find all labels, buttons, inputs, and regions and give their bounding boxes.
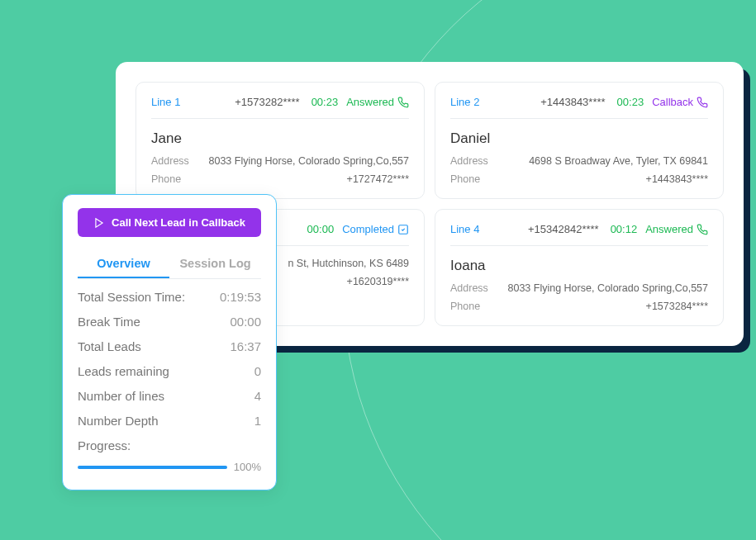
cta-label: Call Next Lead in Callback bbox=[112, 216, 245, 229]
address-label: Address bbox=[151, 155, 189, 167]
phone-value: +1573284**** bbox=[646, 301, 708, 312]
tab-overview[interactable]: Overview bbox=[78, 250, 169, 278]
line-header-phone: +15342842**** bbox=[487, 223, 598, 235]
address-label: Address bbox=[450, 282, 488, 294]
line-header: Line 1 +1573282**** 00:23 Answered bbox=[151, 96, 409, 119]
progress-fill bbox=[78, 466, 227, 469]
address-value: 8033 Flying Horse, Colorado Spring,Co,55… bbox=[508, 282, 709, 294]
address-row: Address 8033 Flying Horse, Colorado Spri… bbox=[151, 155, 409, 167]
phone-value: +1727472**** bbox=[347, 173, 409, 185]
line-number: Line 1 bbox=[151, 96, 180, 108]
lead-name: Daniel bbox=[450, 130, 708, 147]
stat-number-depth: Number Depth 1 bbox=[78, 414, 261, 428]
progress-bar: 100% bbox=[78, 461, 261, 473]
line-number: Line 2 bbox=[450, 96, 479, 108]
stat-number-of-lines: Number of lines 4 bbox=[78, 389, 261, 403]
play-icon bbox=[93, 217, 105, 229]
status-text: Answered bbox=[346, 96, 394, 108]
overview-panel: Call Next Lead in Callback Overview Sess… bbox=[62, 194, 277, 490]
line-number: Line 4 bbox=[450, 223, 479, 235]
stat-break-time: Break Time 00:00 bbox=[78, 315, 261, 329]
stat-value: 0:19:53 bbox=[220, 290, 261, 304]
tabs: Overview Session Log bbox=[78, 250, 261, 279]
phone-answered-icon bbox=[697, 224, 708, 235]
phone-answered-icon bbox=[397, 97, 409, 108]
stat-value: 00:00 bbox=[230, 315, 261, 329]
status-text: Completed bbox=[342, 223, 394, 235]
phone-value: +1443843**** bbox=[646, 173, 708, 185]
address-value: 8033 Flying Horse, Colorado Spring,Co,55… bbox=[209, 155, 410, 167]
line-time: 00:00 bbox=[307, 223, 335, 235]
line-time: 00:23 bbox=[617, 96, 644, 108]
stat-label: Number Depth bbox=[78, 414, 159, 428]
stat-value: 4 bbox=[254, 389, 261, 403]
status-badge: Answered bbox=[645, 223, 708, 235]
address-label: Address bbox=[450, 155, 488, 167]
phone-label: Phone bbox=[450, 301, 480, 312]
stat-value: 16:37 bbox=[230, 339, 261, 353]
line-card-2[interactable]: Line 2 +1443843**** 00:23 Callback Danie… bbox=[435, 82, 724, 199]
phone-label: Phone bbox=[450, 173, 480, 185]
lead-name: Ioana bbox=[450, 258, 708, 274]
line-time: 00:12 bbox=[611, 223, 638, 235]
stat-leads-remaining: Leads remaining 0 bbox=[78, 364, 261, 378]
status-badge: Completed bbox=[342, 223, 409, 235]
line-card-1[interactable]: Line 1 +1573282**** 00:23 Answered Jane … bbox=[136, 82, 425, 199]
progress-percent: 100% bbox=[234, 461, 261, 473]
stat-value: 0 bbox=[254, 364, 261, 378]
check-icon bbox=[397, 224, 409, 235]
phone-callback-icon bbox=[697, 97, 708, 108]
address-value: 4698 S Broadway Ave, Tyler, TX 69841 bbox=[529, 155, 708, 167]
call-next-lead-button[interactable]: Call Next Lead in Callback bbox=[78, 208, 261, 237]
phone-value: +1620319**** bbox=[347, 276, 409, 287]
status-badge: Answered bbox=[346, 96, 409, 108]
progress-track bbox=[78, 466, 227, 469]
line-header-phone: +1443843**** bbox=[487, 96, 605, 108]
stat-label: Break Time bbox=[78, 315, 140, 329]
phone-row: Phone +1727472**** bbox=[151, 173, 409, 185]
phone-label: Phone bbox=[151, 173, 181, 185]
stat-progress-label: Progress: bbox=[78, 438, 261, 452]
tab-session-log[interactable]: Session Log bbox=[169, 250, 261, 278]
address-value: n St, Hutchinson, KS 6489 bbox=[288, 258, 409, 269]
status-text: Callback bbox=[652, 96, 693, 108]
line-header: Line 2 +1443843**** 00:23 Callback bbox=[450, 96, 708, 119]
stat-total-leads: Total Leads 16:37 bbox=[78, 339, 261, 353]
stat-label: Total Session Time: bbox=[78, 290, 185, 304]
stat-label: Leads remaining bbox=[78, 364, 169, 378]
address-row: Address 4698 S Broadway Ave, Tyler, TX 6… bbox=[450, 155, 708, 167]
address-row: Address 8033 Flying Horse, Colorado Spri… bbox=[450, 282, 708, 294]
lead-name: Jane bbox=[151, 130, 409, 147]
line-header: Line 4 +15342842**** 00:12 Answered bbox=[450, 223, 708, 246]
stat-label: Total Leads bbox=[78, 339, 141, 353]
stat-total-session-time: Total Session Time: 0:19:53 bbox=[78, 290, 261, 304]
phone-row: Phone +1573284**** bbox=[450, 301, 708, 312]
line-card-4[interactable]: Line 4 +15342842**** 00:12 Answered Ioan… bbox=[435, 209, 724, 326]
line-time: 00:23 bbox=[311, 96, 339, 108]
progress-label: Progress: bbox=[78, 438, 131, 452]
svg-marker-1 bbox=[96, 218, 102, 227]
line-header-phone: +1573282**** bbox=[188, 96, 299, 108]
stat-label: Number of lines bbox=[78, 389, 164, 403]
status-text: Answered bbox=[645, 223, 693, 235]
stat-value: 1 bbox=[254, 414, 261, 428]
phone-row: Phone +1443843**** bbox=[450, 173, 708, 185]
status-badge: Callback bbox=[652, 96, 708, 108]
